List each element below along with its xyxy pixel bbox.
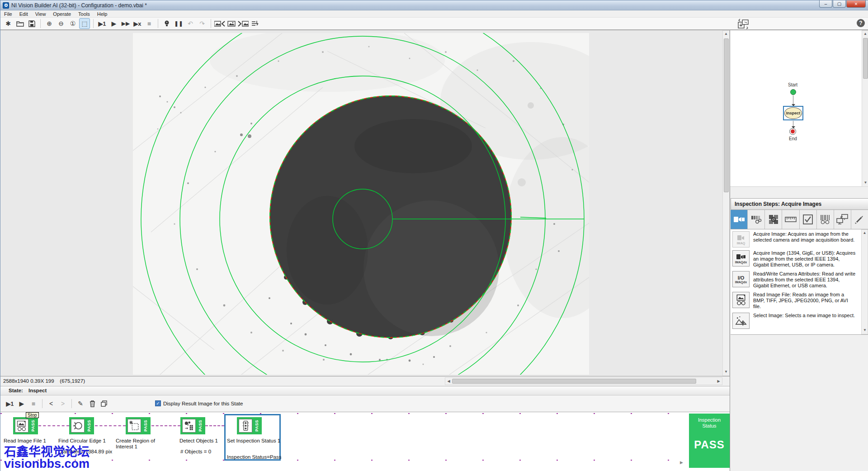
list-item-read-image-file[interactable]: Read Image File: Reads an image from a B… (732, 292, 856, 309)
scroll-left-icon[interactable]: ◀ (445, 379, 452, 383)
image-zoom: 0.39X (30, 378, 44, 384)
right-panel: Start Inspect End ▲ ▼ Inspection Steps: … (730, 30, 868, 471)
step-find-circular-edge[interactable]: PASS (69, 417, 94, 434)
maximize-button[interactable]: ▢ (833, 0, 846, 8)
diagram-scrollbar[interactable]: ▲ ▼ (862, 30, 868, 187)
imaq-icon: IMAQ (732, 231, 750, 247)
tab-measure-features[interactable] (782, 210, 799, 229)
breakpoint-icon[interactable] (161, 18, 172, 29)
viewer-horizontal-scrollbar[interactable]: ◀ ▶ (445, 377, 722, 385)
start-node[interactable] (790, 89, 796, 95)
save-button[interactable] (26, 18, 37, 29)
display-result-checkbox[interactable]: ✓ (155, 400, 161, 406)
step-set-inspection-status[interactable]: PASS (237, 417, 262, 434)
step-strip: PASS Stop Read Image File 1 PASS Find Ci… (0, 412, 730, 471)
state-value: Inspect (28, 388, 47, 393)
list-item-acquire-image[interactable]: IMAQ Acquire Image: Acquires an image fr… (732, 231, 856, 247)
pass-badge: PASS (254, 417, 260, 434)
scroll-right-icon[interactable]: ▶ (715, 379, 722, 383)
find-circular-edge-icon (71, 419, 85, 433)
step-label[interactable]: Detect Objects 1 (179, 438, 218, 443)
run-continuous-button[interactable]: ▶▶ (120, 18, 131, 29)
state-diagram[interactable]: Start Inspect End ▲ ▼ (730, 30, 868, 187)
zoom-1to1-button[interactable]: ① (67, 18, 78, 29)
inspection-status-title-line1: Inspection (689, 417, 730, 423)
cursor-position: (675,1927) (60, 378, 85, 384)
display-result-checkbox-label[interactable]: Display Result Image for this State (163, 401, 243, 406)
previous-step-button[interactable]: < (46, 398, 57, 409)
scroll-down-icon[interactable]: ▼ (723, 369, 729, 376)
strip-scroll-right-icon[interactable]: ▶ (680, 460, 683, 465)
step-list-scrollbar[interactable]: ▲ ▼ (861, 229, 868, 334)
run-until-fail-button[interactable]: ▶x (132, 18, 143, 29)
minimize-button[interactable]: – (819, 0, 832, 8)
delete-step-button[interactable] (87, 398, 98, 409)
scroll-up-icon[interactable]: ▲ (723, 31, 729, 38)
redo-button[interactable]: ↷ (197, 18, 208, 29)
menu-edit[interactable]: Edit (16, 11, 32, 17)
step-label[interactable]: Create Region of Interest 1 (116, 438, 161, 450)
state-run-once-button[interactable]: ▶1 (5, 398, 15, 409)
state-label: State: (9, 388, 23, 393)
viewer-hscroll-thumb[interactable] (452, 379, 696, 384)
tab-locate-features[interactable] (765, 210, 782, 229)
run-once-button[interactable]: ▶1 (97, 18, 108, 29)
current-image-button[interactable] (226, 18, 237, 29)
list-item-acquire-image-dx[interactable]: IMAQdx Acquire Image (1394, GigE, or USB… (732, 250, 856, 268)
io-imaqdx-icon: I/O IMAQdx (732, 271, 750, 287)
switch-view-button[interactable] (737, 19, 749, 29)
image-viewer-canvas[interactable] (0, 30, 722, 376)
copy-step-button[interactable] (99, 398, 109, 409)
step-detect-objects[interactable]: PASS (180, 417, 205, 434)
menu-help[interactable]: Help (94, 11, 111, 17)
list-item-select-image[interactable]: Select Image: Selects a new image to ins… (732, 313, 856, 329)
scroll-up-icon[interactable]: ▲ (862, 31, 868, 38)
previous-image-button[interactable] (214, 18, 225, 29)
new-inspection-button[interactable]: ✱ (3, 18, 14, 29)
state-stop-button[interactable]: ■ (28, 398, 39, 409)
close-button[interactable]: × (846, 0, 866, 8)
tab-enhance-images[interactable] (748, 210, 765, 229)
state-run-button[interactable]: ▶ (16, 398, 27, 409)
scroll-down-icon[interactable]: ▼ (862, 327, 868, 334)
tab-additional-tools[interactable] (851, 210, 868, 229)
pause-button[interactable]: ❚❚ (173, 18, 184, 29)
help-icon[interactable]: ? (857, 19, 865, 27)
tab-identify-parts[interactable] (817, 210, 834, 229)
zoom-fit-button[interactable]: ⬚ (79, 18, 90, 29)
open-button[interactable] (14, 18, 25, 29)
run-button[interactable]: ▶ (108, 18, 119, 29)
step-label[interactable]: Set Inspection Status 1 (227, 438, 280, 443)
next-image-button[interactable] (238, 18, 249, 29)
image-buffer: 199 (45, 378, 54, 384)
title-bar[interactable]: NI Vision Builder AI (32-bit) - Configur… (0, 0, 868, 10)
menu-view[interactable]: View (32, 11, 50, 17)
viewer-vscroll-thumb[interactable] (724, 38, 729, 192)
step-create-roi[interactable]: PASS (126, 417, 151, 434)
next-step-button[interactable]: > (57, 398, 68, 409)
inspect-node[interactable]: Inspect (783, 106, 803, 120)
zoom-in-button[interactable]: ⊕ (44, 18, 55, 29)
scroll-up-icon[interactable]: ▲ (862, 230, 868, 237)
menu-file[interactable]: File (0, 11, 16, 17)
zoom-out-button[interactable]: ⊖ (56, 18, 66, 29)
stop-button[interactable]: ■ (144, 18, 155, 29)
inspection-image[interactable] (133, 33, 589, 375)
end-node[interactable] (789, 128, 796, 135)
step-read-image-file[interactable]: PASS (13, 417, 38, 434)
step-palette-list: IMAQ Acquire Image: Acquires an image fr… (731, 229, 868, 335)
tab-check-presence[interactable] (800, 210, 817, 229)
pass-badge: PASS (197, 417, 203, 434)
list-item-camera-attributes[interactable]: I/O IMAQdx Read/Write Camera Attributes:… (732, 271, 856, 289)
viewer-vertical-scrollbar[interactable]: ▲ ▼ (722, 30, 730, 376)
wire-segment (205, 425, 224, 426)
undo-button[interactable]: ↶ (185, 18, 196, 29)
menu-tools[interactable]: Tools (75, 11, 94, 17)
diagram-scroll-thumb[interactable] (863, 38, 868, 79)
tab-communicate[interactable] (834, 210, 851, 229)
menu-operate[interactable]: Operate (49, 11, 75, 17)
scroll-down-icon[interactable]: ▼ (862, 180, 868, 186)
tab-acquire-images[interactable] (731, 210, 748, 229)
image-list-add-button[interactable] (250, 18, 260, 29)
edit-step-button[interactable]: ✎ (75, 398, 86, 409)
